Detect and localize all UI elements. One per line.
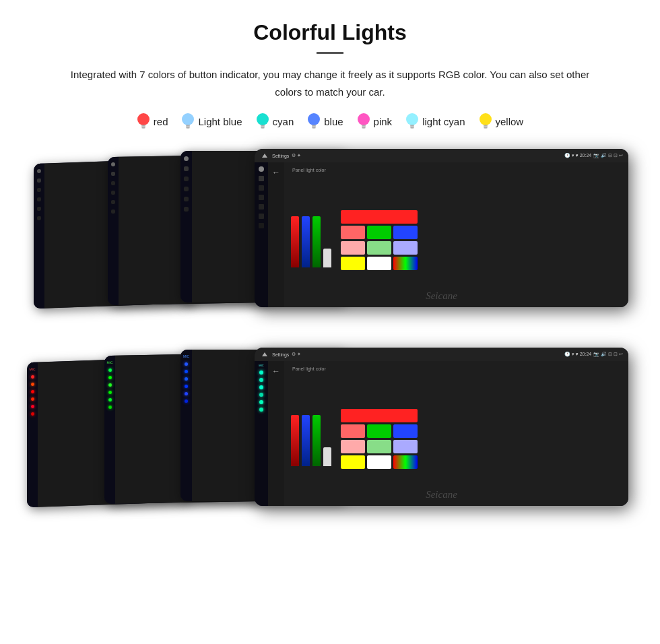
color-item-red: red [137,112,168,130]
color-item-cyan: cyan [256,112,294,130]
device-front-bottom: Settings ⚙ ✦ 🕐 ▾ ♥ 20:24 📷 🔊 ⊟ ⊡ ↩ MIC [255,348,628,506]
panel-label-bottom: Panel light color [292,366,326,371]
color-item-lightblue: Light blue [181,112,242,130]
color-label-lightblue: Light blue [198,116,242,127]
panel-label-top: Panel light color [292,168,326,172]
color-item-blue: blue [307,112,343,130]
bulb-blue-icon [307,112,321,130]
color-item-lightcyan: light cyan [405,112,465,130]
color-label-pink: pink [374,116,393,127]
bottom-device-group: MIC MIC [27,348,633,526]
svg-point-10 [257,113,269,125]
title-divider [317,52,343,54]
svg-point-0 [137,113,150,125]
color-label-blue: blue [324,116,343,127]
svg-point-20 [358,113,370,125]
color-item-pink: pink [357,112,393,130]
svg-point-5 [182,113,194,125]
color-item-yellow: yellow [479,112,524,130]
bulb-yellow-icon [479,112,492,130]
svg-point-15 [308,113,320,125]
device-front-top: Settings ⚙ ✦ 🕐 ▾ ♥ 20:24 📷 🔊 ⊟ ⊡ ↩ [255,149,628,307]
color-label-cyan: cyan [273,116,294,127]
bulb-pink-icon [357,112,370,130]
svg-point-30 [480,113,492,125]
color-label-red: red [154,116,168,127]
svg-point-25 [406,113,418,125]
page-container: Colorful Lights Integrated with 7 colors… [0,0,660,553]
bulb-cyan-icon [256,112,269,130]
bulb-lightblue-icon [181,112,195,130]
top-device-group: Settings ⚙ ✦ 🕐 ▾ ♥ 20:24 📷 🔊 ⊟ ⊡ ↩ [27,149,633,327]
description-text: Integrated with 7 colors of button indic… [61,66,599,100]
bulb-lightcyan-icon [405,112,419,130]
color-label-lightcyan: light cyan [422,116,465,127]
bulb-red-icon [137,112,150,130]
page-title: Colorful Lights [27,20,633,45]
color-indicators: red Light blue cyan [27,112,633,130]
color-label-yellow: yellow [496,116,524,127]
